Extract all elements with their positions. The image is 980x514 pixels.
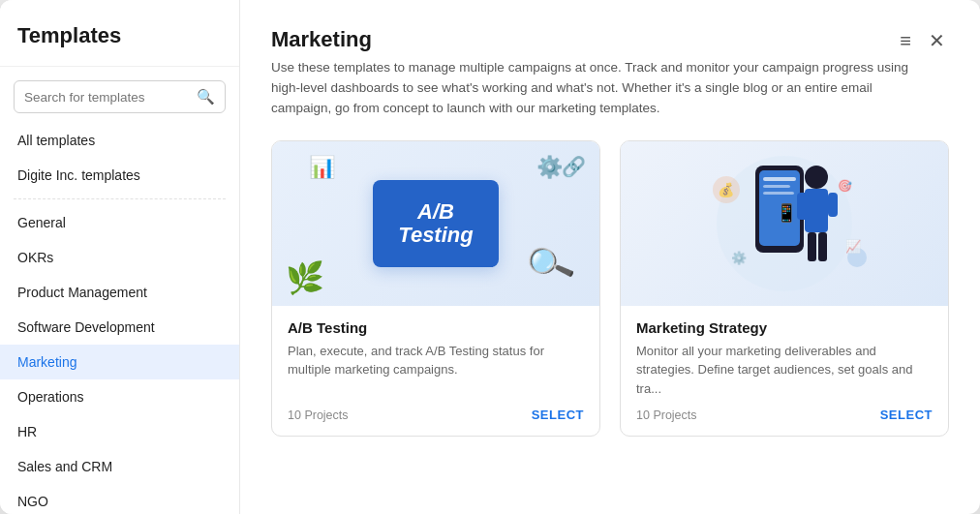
ab-screen: A/BTesting: [373, 180, 499, 267]
svg-rect-11: [808, 232, 816, 261]
sidebar-item-ngo[interactable]: NGO: [0, 484, 239, 514]
sidebar-item-general[interactable]: General: [0, 205, 239, 240]
svg-text:📈: 📈: [845, 238, 862, 255]
cards-grid: 📊 ⚙️ 🔗 🌿 A/BTesting 🔍 A/B Testing Plan, …: [271, 140, 949, 438]
plant-icon: 🌿: [286, 259, 324, 296]
nav-list: All templates Digite Inc. templates Gene…: [0, 123, 239, 514]
card-ab-testing-title: A/B Testing: [288, 319, 584, 336]
svg-text:🎯: 🎯: [838, 178, 852, 193]
svg-rect-12: [818, 232, 827, 261]
svg-rect-3: [763, 177, 796, 181]
main-description: Use these templates to manage multiple c…: [271, 58, 930, 119]
svg-text:📱: 📱: [776, 202, 798, 224]
svg-text:💰: 💰: [718, 182, 735, 198]
marketing-strategy-illustration: 📱 💰 📈: [621, 141, 948, 306]
card-marketing-strategy-select-button[interactable]: SELECT: [880, 408, 933, 422]
ab-testing-illustration: 📊 ⚙️ 🔗 🌿 A/BTesting 🔍: [272, 141, 599, 306]
card-ab-testing-footer: 10 Projects SELECT: [288, 408, 584, 422]
card-marketing-strategy-projects: 10 Projects: [636, 408, 697, 422]
sidebar-item-digite-templates[interactable]: Digite Inc. templates: [0, 158, 239, 193]
sidebar-item-sales-crm[interactable]: Sales and CRM: [0, 449, 239, 484]
close-button[interactable]: ✕: [925, 29, 949, 52]
nav-divider: [14, 198, 226, 199]
search-box[interactable]: 🔍: [14, 80, 226, 113]
svg-rect-5: [763, 192, 794, 195]
magnifier-icon: 🔍: [523, 237, 578, 290]
sidebar-item-operations[interactable]: Operations: [0, 379, 239, 414]
card-marketing-strategy-body: Marketing Strategy Monitor all your mark…: [621, 306, 948, 437]
card-ab-testing: 📊 ⚙️ 🔗 🌿 A/BTesting 🔍 A/B Testing Plan, …: [271, 140, 600, 438]
header-actions: ≡ ✕: [896, 29, 949, 52]
ab-text: A/BTesting: [398, 200, 473, 247]
svg-rect-9: [797, 193, 809, 220]
card-ab-testing-body: A/B Testing Plan, execute, and track A/B…: [272, 306, 599, 437]
list-icon: ≡: [900, 30, 911, 51]
svg-rect-10: [828, 193, 838, 217]
card-marketing-strategy-title: Marketing Strategy: [636, 319, 933, 336]
main-content: Marketing ≡ ✕ Use these templates to man…: [240, 0, 980, 514]
chart-icon: 📊: [309, 155, 335, 180]
main-header: Marketing ≡ ✕: [271, 27, 949, 52]
card-marketing-strategy: 📱 💰 📈: [620, 140, 949, 438]
sidebar: Templates 🔍 All templates Digite Inc. te…: [0, 0, 240, 514]
sidebar-item-okrs[interactable]: OKRs: [0, 240, 239, 275]
sidebar-item-marketing[interactable]: Marketing: [0, 345, 239, 379]
card-ab-testing-desc: Plan, execute, and track A/B Testing sta…: [288, 342, 584, 399]
card-ab-testing-image: 📊 ⚙️ 🔗 🌿 A/BTesting 🔍: [272, 141, 599, 306]
gear-icon: ⚙️: [536, 155, 563, 180]
page-title: Marketing: [271, 27, 372, 52]
card-marketing-strategy-image: 📱 💰 📈: [621, 141, 948, 306]
list-view-button[interactable]: ≡: [896, 29, 915, 52]
sidebar-item-all-templates[interactable]: All templates: [0, 123, 239, 158]
sidebar-item-product-management[interactable]: Product Management: [0, 275, 239, 310]
modal-container: Templates 🔍 All templates Digite Inc. te…: [0, 0, 980, 514]
sidebar-item-software-development[interactable]: Software Development: [0, 310, 239, 345]
card-ab-testing-select-button[interactable]: SELECT: [532, 408, 584, 422]
svg-text:⚙️: ⚙️: [731, 250, 748, 266]
svg-rect-4: [763, 185, 790, 188]
svg-point-7: [805, 166, 828, 189]
close-icon: ✕: [929, 30, 945, 51]
card-marketing-strategy-desc: Monitor all your marketing deliverables …: [636, 342, 933, 399]
card-marketing-strategy-footer: 10 Projects SELECT: [636, 408, 933, 422]
search-icon: 🔍: [197, 88, 215, 106]
sidebar-title: Templates: [0, 0, 239, 67]
sidebar-item-hr[interactable]: HR: [0, 414, 239, 449]
share-icon: 🔗: [562, 155, 586, 178]
search-input[interactable]: [24, 90, 193, 105]
card-ab-testing-projects: 10 Projects: [288, 408, 349, 422]
marketing-strategy-svg: 📱 💰 📈: [673, 146, 896, 301]
